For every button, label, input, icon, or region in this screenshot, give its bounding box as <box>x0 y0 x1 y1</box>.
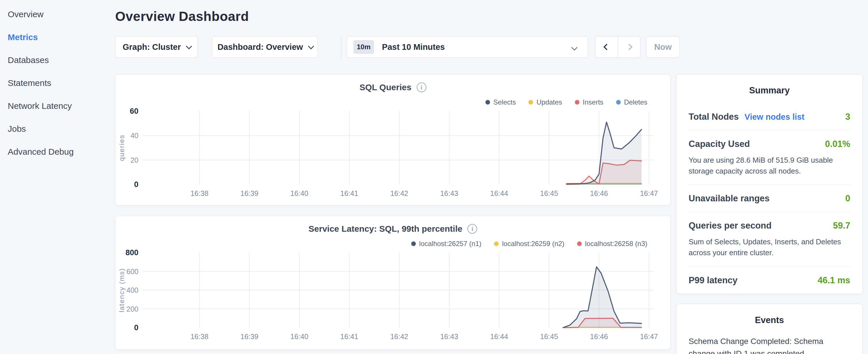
time-step-back-button[interactable] <box>595 37 618 57</box>
time-range-badge: 10m <box>353 40 374 54</box>
legend-dot-icon <box>411 242 416 246</box>
svg-text:60: 60 <box>130 108 138 116</box>
svg-text:16:39: 16:39 <box>241 189 258 197</box>
sidebar-item-jobs[interactable]: Jobs <box>0 118 115 140</box>
svg-text:16:43: 16:43 <box>440 189 458 197</box>
svg-text:16:40: 16:40 <box>290 189 308 197</box>
sidebar-item-metrics[interactable]: Metrics <box>0 26 115 49</box>
sidebar-item-statements[interactable]: Statements <box>0 72 115 95</box>
time-step-forward-button[interactable] <box>618 37 640 57</box>
summary-row-label: Queries per second <box>689 221 771 231</box>
summary-row-label: P99 latency <box>689 275 738 286</box>
chevron-down-icon <box>571 44 578 51</box>
summary-row: Queries per second59.7Sum of Selects, Up… <box>689 212 850 266</box>
svg-text:400: 400 <box>126 286 138 294</box>
events-list: Schema Change Completed: Schema change w… <box>689 335 850 354</box>
chart-legend: SelectsUpdatesInsertsDeletes <box>116 98 647 106</box>
legend-dot-icon <box>494 242 499 246</box>
toolbar: Graph: Cluster Dashboard: Overview 10m P… <box>115 36 680 58</box>
svg-text:600: 600 <box>126 267 138 276</box>
legend-dot-icon <box>528 100 533 104</box>
legend-item[interactable]: localhost:26257 (n1) <box>411 239 482 248</box>
legend-dot-icon <box>577 242 582 246</box>
svg-text:16:47: 16:47 <box>640 189 658 197</box>
chevron-right-icon <box>626 44 632 51</box>
legend-dot-icon <box>575 100 580 104</box>
time-range-label: Past 10 Minutes <box>382 42 445 52</box>
legend-item[interactable]: localhost:26259 (n2) <box>494 239 564 248</box>
legend-item[interactable]: localhost:26258 (n3) <box>577 239 647 248</box>
service-latency-chart: 16:3816:3916:4016:4116:4216:4316:4416:45… <box>116 249 671 343</box>
sidebar-item-network-latency[interactable]: Network Latency <box>0 95 115 118</box>
svg-text:16:38: 16:38 <box>191 189 209 197</box>
sidebar-nav: OverviewMetricsDatabasesStatementsNetwor… <box>0 3 115 163</box>
view-nodes-list-link[interactable]: View nodes list <box>744 112 804 122</box>
chevron-left-icon <box>603 44 610 51</box>
chevron-down-icon <box>308 43 314 49</box>
summary-row: Unavailable ranges0 <box>689 185 850 212</box>
main-content: Overview Dashboard Graph: Cluster Dashbo… <box>115 0 671 24</box>
legend-item[interactable]: Deletes <box>616 98 647 106</box>
summary-row-label: Unavailable ranges <box>689 193 770 204</box>
svg-text:16:42: 16:42 <box>390 189 408 197</box>
summary-row-description: Sum of Selects, Updates, Inserts, and De… <box>689 236 850 258</box>
summary-row: Total NodesView nodes list3 <box>689 103 850 130</box>
summary-row: Capacity Used0.01%You are using 28.6 MiB… <box>689 130 850 185</box>
svg-text:queries: queries <box>118 135 125 161</box>
legend-label: Updates <box>536 98 562 106</box>
events-panel: Events Schema Change Completed: Schema c… <box>676 304 863 354</box>
svg-text:16:45: 16:45 <box>540 332 558 341</box>
legend-label: Selects <box>493 98 516 106</box>
svg-text:0: 0 <box>134 323 138 332</box>
svg-text:16:41: 16:41 <box>340 332 359 341</box>
svg-text:20: 20 <box>130 156 138 164</box>
event-item[interactable]: Schema Change Completed: Schema change w… <box>689 335 850 354</box>
legend-label: localhost:26259 (n2) <box>502 240 564 248</box>
svg-text:16:45: 16:45 <box>540 189 558 197</box>
legend-label: Inserts <box>583 98 603 106</box>
summary-panel: Summary Total NodesView nodes list3Capac… <box>676 74 863 294</box>
svg-text:16:41: 16:41 <box>340 189 359 197</box>
dashboard-dropdown[interactable]: Dashboard: Overview <box>212 36 318 58</box>
svg-text:16:46: 16:46 <box>590 332 608 341</box>
time-step-buttons <box>595 36 641 58</box>
summary-row-value: 0 <box>845 193 850 204</box>
service-latency-panel: Service Latency: SQL, 99th percentile i … <box>115 216 671 350</box>
svg-text:16:43: 16:43 <box>440 332 458 341</box>
graph-scope-label: Graph: Cluster <box>123 42 181 52</box>
sidebar: OverviewMetricsDatabasesStatementsNetwor… <box>0 0 115 354</box>
summary-row-value: 3 <box>845 112 850 122</box>
summary-row-label: Total Nodes <box>689 112 739 122</box>
legend-item[interactable]: Selects <box>486 98 516 106</box>
legend-item[interactable]: Updates <box>528 98 562 106</box>
time-range-selector[interactable]: 10m Past 10 Minutes <box>347 36 588 58</box>
svg-text:0: 0 <box>134 180 138 189</box>
legend-label: Deletes <box>624 98 647 106</box>
now-button[interactable]: Now <box>646 36 680 58</box>
summary-row-value: 59.7 <box>833 221 850 231</box>
svg-text:16:39: 16:39 <box>241 332 258 341</box>
svg-text:16:44: 16:44 <box>490 332 508 341</box>
summary-row-value: 46.1 ms <box>817 275 850 286</box>
svg-text:latency (ms): latency (ms) <box>118 268 125 313</box>
chevron-down-icon <box>186 43 192 49</box>
summary-row-value: 0.01% <box>825 139 850 149</box>
page-title: Overview Dashboard <box>115 9 671 24</box>
events-title: Events <box>689 315 850 325</box>
sidebar-item-advanced-debug[interactable]: Advanced Debug <box>0 140 115 163</box>
dashboard-label: Dashboard: Overview <box>217 42 303 52</box>
sidebar-item-overview[interactable]: Overview <box>0 3 115 26</box>
legend-label: localhost:26258 (n3) <box>585 240 647 248</box>
svg-text:16:47: 16:47 <box>640 332 658 341</box>
info-icon[interactable]: i <box>417 83 426 92</box>
info-icon[interactable]: i <box>467 224 477 234</box>
svg-text:800: 800 <box>125 249 138 257</box>
sql-queries-chart: 16:3816:3916:4016:4116:4216:4316:4416:45… <box>116 108 671 200</box>
legend-dot-icon <box>486 100 490 104</box>
graph-scope-dropdown[interactable]: Graph: Cluster <box>115 36 198 58</box>
svg-text:16:38: 16:38 <box>191 332 209 341</box>
legend-item[interactable]: Inserts <box>575 98 603 106</box>
summary-row-label: Capacity Used <box>689 139 750 149</box>
sidebar-item-databases[interactable]: Databases <box>0 49 115 72</box>
chart-legend: localhost:26257 (n1)localhost:26259 (n2)… <box>116 239 647 248</box>
